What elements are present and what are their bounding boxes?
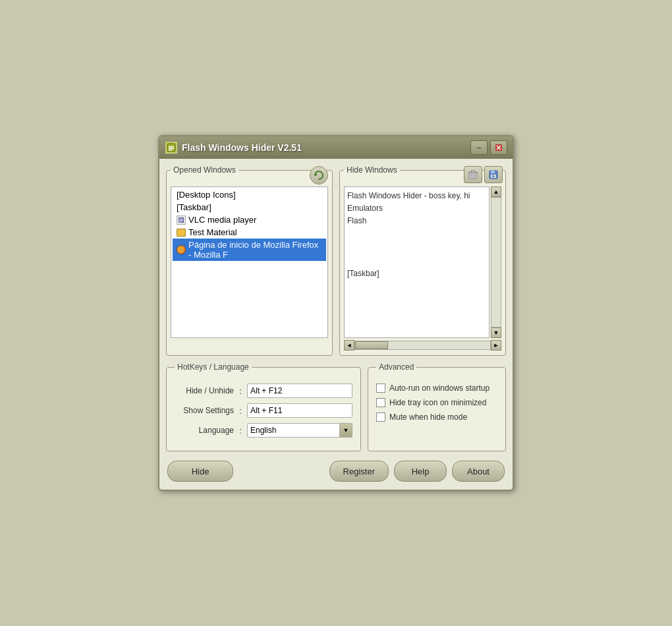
vlc-icon <box>177 215 186 225</box>
language-select-wrapper: English Spanish French German Portuguese… <box>247 423 352 438</box>
minimize-button[interactable]: – <box>470 140 488 155</box>
hide-list-item: Emulators <box>347 202 486 215</box>
svg-rect-9 <box>179 219 183 219</box>
scroll-left-button[interactable]: ◄ <box>344 340 354 351</box>
bottom-bar: Hide Register Help About <box>166 458 506 483</box>
svg-rect-2 <box>169 148 174 150</box>
window-controls: – <box>470 140 507 155</box>
opened-windows-legend: Opened Windows <box>171 165 238 175</box>
list-item[interactable]: [Taskbar] <box>173 201 326 213</box>
main-content: Opened Windows [Desktop Icons] [Taskbar] <box>159 159 513 490</box>
language-row: Language : English Spanish French German… <box>175 423 352 438</box>
app-icon <box>165 141 178 154</box>
hotkeys-legend: HotKeys / Language <box>175 362 252 372</box>
item-label: Test Material <box>188 227 237 237</box>
hide-unhide-label: Hide / Unhide <box>175 386 234 395</box>
close-button[interactable] <box>490 140 507 155</box>
language-colon: : <box>237 426 244 436</box>
h-scroll-thumb[interactable] <box>355 341 388 349</box>
item-label: VLC media player <box>188 215 256 225</box>
h-scroll-track <box>354 341 491 350</box>
about-button[interactable]: About <box>452 461 505 482</box>
list-item[interactable]: Test Material <box>173 226 326 239</box>
hide-list-item: [Taskbar] <box>347 268 486 280</box>
bottom-panels: HotKeys / Language Hide / Unhide : Show … <box>166 362 506 451</box>
list-item[interactable]: VLC media player <box>173 213 326 226</box>
language-select[interactable]: English Spanish French German Portuguese <box>247 423 352 438</box>
hide-tray-label: Hide tray icon on minimized <box>389 398 486 407</box>
autorun-row: Auto-run on windows startup <box>376 384 497 393</box>
hide-tray-checkbox[interactable] <box>376 398 385 407</box>
scroll-track <box>491 197 501 327</box>
hide-windows-legend: Hide Windows <box>344 165 400 175</box>
top-panels: Opened Windows [Desktop Icons] [Taskbar] <box>166 165 506 356</box>
svg-rect-10 <box>179 220 183 221</box>
main-window: Flash Windows Hider V2.51 – Opened Windo… <box>158 135 514 491</box>
mute-label: Mute when hide mode <box>389 413 467 422</box>
autorun-label: Auto-run on windows startup <box>389 384 490 393</box>
svg-rect-3 <box>169 150 172 151</box>
refresh-button[interactable] <box>310 166 328 185</box>
opened-windows-panel: Opened Windows [Desktop Icons] [Taskbar] <box>166 165 333 356</box>
opened-windows-list[interactable]: [Desktop Icons] [Taskbar] <box>171 186 328 338</box>
show-settings-input[interactable] <box>247 403 352 418</box>
svg-marker-7 <box>315 173 318 176</box>
hide-button[interactable]: Hide <box>167 461 233 482</box>
item-label: Página de inicio de Mozilla Firefox - Mo… <box>188 240 322 260</box>
list-item[interactable]: [Desktop Icons] <box>173 188 326 201</box>
item-label: [Desktop Icons] <box>177 190 236 200</box>
item-label: [Taskbar] <box>177 202 211 212</box>
hotkeys-panel: HotKeys / Language Hide / Unhide : Show … <box>166 362 361 451</box>
title-bar-left: Flash Windows Hider V2.51 <box>165 141 302 154</box>
hide-windows-list[interactable]: Flash Windows Hider - boss key, hi Emula… <box>344 186 490 338</box>
save-button[interactable] <box>484 166 503 183</box>
help-button[interactable]: Help <box>394 461 447 482</box>
svg-rect-18 <box>491 171 495 173</box>
mute-checkbox[interactable] <box>376 413 385 422</box>
app-title: Flash Windows Hider V2.51 <box>182 142 302 153</box>
scroll-down-button[interactable]: ▼ <box>491 327 501 338</box>
scroll-up-button[interactable]: ▲ <box>491 186 501 197</box>
show-settings-colon: : <box>237 406 244 416</box>
svg-rect-20 <box>492 175 495 177</box>
trash-button[interactable] <box>464 166 482 183</box>
list-item-selected[interactable]: Página de inicio de Mozilla Firefox - Mo… <box>173 239 326 261</box>
mute-row: Mute when hide mode <box>376 413 497 422</box>
hide-list-item: Flash <box>347 215 486 227</box>
hide-list-item: Flash Windows Hider - boss key, hi <box>347 190 486 202</box>
language-label: Language <box>175 426 234 435</box>
firefox-icon <box>177 245 186 254</box>
title-bar: Flash Windows Hider V2.51 – <box>159 136 513 159</box>
vertical-scrollbar[interactable]: ▲ ▼ <box>491 186 501 338</box>
horizontal-scrollbar[interactable]: ◄ ► <box>344 339 501 351</box>
advanced-legend: Advanced <box>376 362 416 372</box>
hide-list-spacer <box>347 228 486 268</box>
show-settings-label: Show Settings <box>175 406 234 415</box>
hide-unhide-row: Hide / Unhide : <box>175 384 352 398</box>
folder-icon <box>177 228 186 237</box>
svg-rect-1 <box>169 146 174 148</box>
svg-rect-11 <box>179 221 182 222</box>
hide-windows-panel: Hide Windows <box>339 165 506 356</box>
hide-windows-list-wrapper: Flash Windows Hider - boss key, hi Emula… <box>344 186 501 351</box>
hide-tray-row: Hide tray icon on minimized <box>376 398 497 407</box>
hide-unhide-input[interactable] <box>247 384 352 398</box>
autorun-checkbox[interactable] <box>376 384 385 393</box>
show-settings-row: Show Settings : <box>175 403 352 418</box>
hide-unhide-colon: : <box>237 386 244 396</box>
register-button[interactable]: Register <box>329 461 389 482</box>
scroll-right-button[interactable]: ► <box>491 340 501 351</box>
advanced-panel: Advanced Auto-run on windows startup Hid… <box>368 362 506 451</box>
